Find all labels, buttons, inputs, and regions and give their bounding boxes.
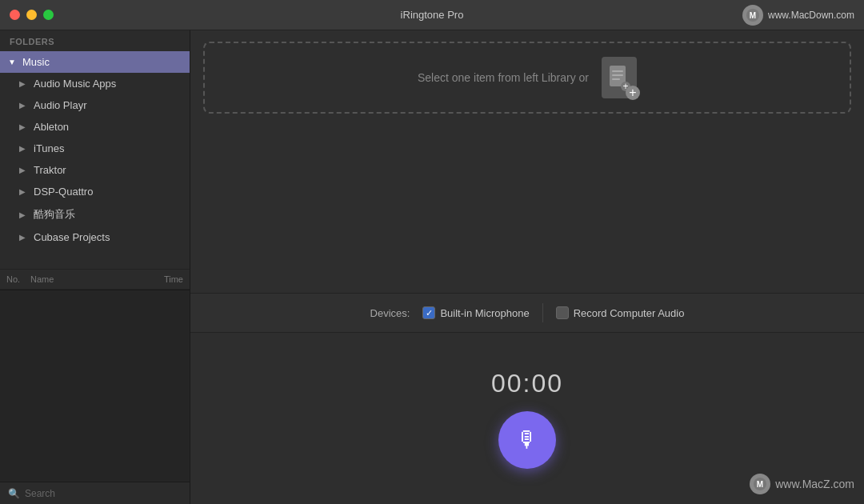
file-icon: +: [608, 64, 630, 91]
folders-label: FOLDERS: [0, 30, 190, 51]
sidebar-item-label: Cubase Projects: [34, 231, 110, 243]
col-name: Name: [30, 274, 143, 284]
arrow-icon: ▶: [19, 101, 30, 110]
sidebar-item-traktor[interactable]: ▶ Traktor: [0, 159, 190, 181]
record-computer-option[interactable]: Record Computer Audio: [556, 306, 685, 319]
arrow-icon: ▶: [19, 233, 30, 242]
sidebar-item-audio-playr[interactable]: ▶ Audio Playr: [0, 94, 190, 116]
macdown-url: www.MacDown.com: [768, 10, 854, 21]
svg-rect-3: [612, 70, 623, 72]
col-no: No.: [6, 274, 30, 284]
titlebar: iRingtone Pro M www.MacDown.com: [0, 0, 864, 30]
table-body: [0, 290, 190, 482]
arrow-icon: ▶: [19, 166, 30, 174]
arrow-icon: ▼: [8, 58, 19, 66]
macdown-logo-icon: M: [742, 5, 763, 26]
content-area: Select one item from left Library or + D…: [190, 30, 864, 504]
record-area: 00:00 🎙 M www.MacZ.com: [190, 333, 864, 504]
sidebar-item-label: Traktor: [34, 164, 66, 176]
window-controls: [10, 10, 54, 20]
builtin-microphone-option[interactable]: ✓ Built-in Microphone: [422, 306, 529, 319]
sidebar-item-music[interactable]: ▼ Music: [0, 51, 190, 73]
sidebar-item-label: iTunes: [34, 142, 65, 154]
sidebar-item-dsp-quattro[interactable]: ▶ DSP-Quattro: [0, 181, 190, 202]
macz-logo-icon: M: [750, 474, 770, 494]
check-icon: ✓: [426, 309, 433, 318]
macz-badge: M www.MacZ.com: [750, 474, 854, 494]
arrow-icon: ▶: [19, 79, 30, 88]
col-time: Time: [143, 274, 183, 284]
content-middle: [190, 122, 864, 293]
device-divider: [542, 303, 543, 322]
svg-text:M: M: [757, 480, 763, 489]
table-header: No. Name Time: [0, 269, 190, 290]
arrow-icon: ▶: [19, 187, 30, 196]
sidebar-item-cubase-projects[interactable]: ▶ Cubase Projects: [0, 226, 190, 248]
search-input[interactable]: [25, 488, 182, 499]
devices-label: Devices:: [370, 307, 410, 319]
svg-text:+: +: [622, 81, 628, 91]
search-icon: 🔍: [8, 488, 20, 499]
sidebar-item-label: 酷狗音乐: [34, 207, 75, 222]
drop-zone-text: Select one item from left Library or: [418, 71, 589, 84]
add-file-button[interactable]: +: [602, 57, 637, 98]
sidebar-item-goudog[interactable]: ▶ 酷狗音乐: [0, 202, 190, 226]
record-button[interactable]: 🎙: [498, 411, 556, 469]
devices-bar: Devices: ✓ Built-in Microphone Record Co…: [190, 293, 864, 333]
record-computer-checkbox[interactable]: [556, 306, 569, 319]
main-layout: FOLDERS ▼ Music ▶ Audio Music Apps ▶ Aud…: [0, 30, 864, 504]
microphone-icon: 🎙: [516, 426, 538, 453]
arrow-icon: ▶: [19, 210, 30, 219]
svg-rect-4: [612, 74, 623, 76]
macz-url: www.MacZ.com: [775, 478, 854, 490]
svg-text:M: M: [750, 11, 756, 20]
maximize-button[interactable]: [43, 10, 54, 20]
sidebar-item-label: Music: [22, 56, 50, 68]
sidebar-item-label: DSP-Quattro: [34, 186, 93, 198]
builtin-mic-label: Built-in Microphone: [440, 307, 529, 319]
sidebar-item-label: Audio Playr: [34, 99, 86, 111]
svg-rect-5: [612, 78, 620, 80]
sidebar-item-label: Audio Music Apps: [34, 78, 116, 90]
timer-display: 00:00: [491, 369, 563, 398]
arrow-icon: ▶: [19, 122, 30, 131]
record-computer-label: Record Computer Audio: [574, 307, 685, 319]
minimize-button[interactable]: [26, 10, 37, 20]
sidebar-item-audio-music-apps[interactable]: ▶ Audio Music Apps: [0, 73, 190, 94]
sidebar-list: ▼ Music ▶ Audio Music Apps ▶ Audio Playr…: [0, 51, 190, 269]
drop-zone[interactable]: Select one item from left Library or +: [203, 42, 851, 114]
arrow-icon: ▶: [19, 144, 30, 153]
close-button[interactable]: [10, 10, 20, 20]
sidebar-item-itunes[interactable]: ▶ iTunes: [0, 138, 190, 159]
sidebar-item-ableton[interactable]: ▶ Ableton: [0, 116, 190, 138]
builtin-mic-checkbox[interactable]: ✓: [422, 306, 435, 319]
sidebar-item-label: Ableton: [34, 121, 69, 133]
macdown-badge: M www.MacDown.com: [742, 5, 854, 26]
app-title: iRingtone Pro: [401, 9, 464, 21]
sidebar: FOLDERS ▼ Music ▶ Audio Music Apps ▶ Aud…: [0, 30, 190, 504]
search-bar: 🔍: [0, 482, 190, 504]
